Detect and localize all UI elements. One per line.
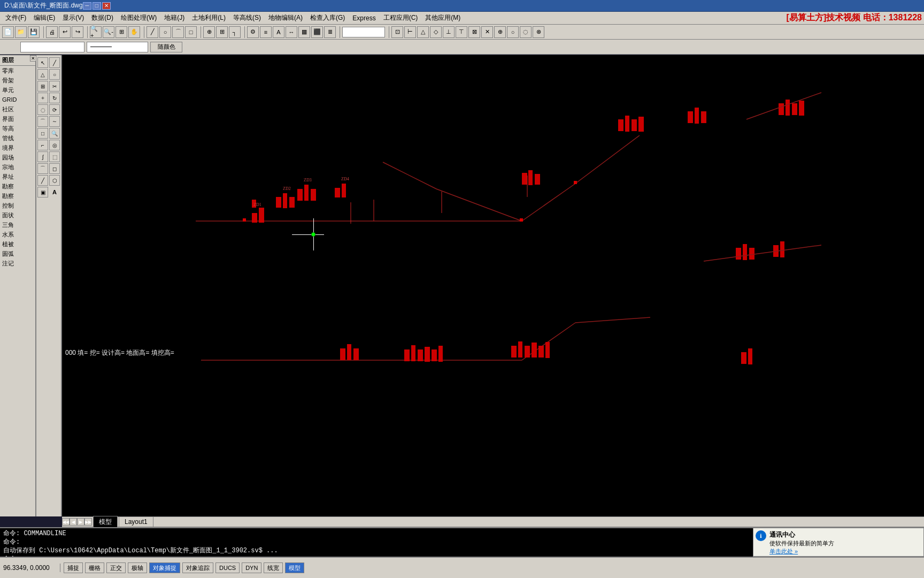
sidebar-item-1[interactable]: 骨架 (0, 75, 35, 85)
attrib-tool[interactable]: ⬡ (49, 175, 60, 186)
sidebar-item-9[interactable]: 园场 (0, 153, 35, 162)
menu-edit[interactable]: 编辑(E) (30, 12, 58, 24)
mirror-tool[interactable]: ◻ (49, 163, 60, 174)
snap9-btn[interactable]: ⊕ (494, 26, 506, 38)
sidebar-item-8[interactable]: 境界 (0, 143, 35, 153)
draw-circle-btn[interactable]: ○ (159, 26, 171, 38)
grid-status-btn[interactable]: 栅格 (85, 562, 104, 573)
circle2-tool[interactable]: ◎ (49, 140, 60, 150)
draw-arc-btn[interactable]: ⌒ (172, 26, 184, 38)
close-button[interactable]: ✕ (102, 2, 111, 10)
rotate-tool[interactable]: ↻ (49, 93, 60, 103)
arc3-tool[interactable]: ⌐ (37, 140, 48, 150)
sidebar-item-13[interactable]: 勘察 (0, 191, 35, 201)
sidebar-item-20[interactable]: 注记 (0, 258, 35, 268)
sidebar-item-7[interactable]: 管线 (0, 133, 35, 143)
maximize-button[interactable]: □ (93, 2, 101, 10)
menu-check[interactable]: 检查入库(G) (307, 12, 348, 24)
new-btn[interactable]: 📄 (2, 26, 14, 38)
sidebar-item-4[interactable]: 社区 (0, 104, 35, 114)
menu-view[interactable]: 显示(V) (59, 12, 87, 24)
curved-tool[interactable]: ⌒ (37, 116, 48, 127)
ducs-status-btn[interactable]: DUCS (215, 562, 240, 573)
snap5-btn[interactable]: ⊥ (443, 26, 455, 38)
otrack-status-btn[interactable]: 对象追踪 (182, 562, 213, 573)
tab-nav-prev[interactable]: ◀ (70, 518, 77, 526)
undo-btn[interactable]: ↩ (59, 26, 71, 38)
draw-line-btn[interactable]: ╱ (147, 26, 158, 38)
polar-status-btn[interactable]: 极轴 (128, 562, 147, 573)
arc2-tool[interactable]: ⟳ (49, 104, 60, 115)
sidebar-item-12[interactable]: 勘察 (0, 181, 35, 191)
zoom-out-btn[interactable]: 🔍- (103, 26, 114, 38)
grid-btn[interactable]: ⊞ (216, 26, 228, 38)
tab-layout1[interactable]: Layout1 (119, 516, 153, 527)
hatch-btn[interactable]: ▦ (298, 26, 310, 38)
wave-tool[interactable]: ～ (49, 116, 60, 127)
snap10-btn[interactable]: ○ (507, 26, 519, 38)
sidebar-item-6[interactable]: 等高 (0, 124, 35, 133)
rect-tool[interactable]: □ (37, 128, 48, 139)
break-tool[interactable]: ⌒ (37, 163, 48, 174)
snap-status-btn[interactable]: 捕捉 (64, 562, 83, 573)
dim-btn[interactable]: ↔ (286, 26, 297, 38)
menu-other[interactable]: 其他应用(M) (422, 12, 464, 24)
save-btn[interactable]: 💾 (28, 26, 40, 38)
menu-express[interactable]: Express (349, 13, 379, 23)
sidebar-item-3[interactable]: GRID (0, 95, 35, 104)
sidebar-item-10[interactable]: 宗地 (0, 162, 35, 172)
block-btn[interactable]: ⬛ (311, 26, 323, 38)
tab-nav-last[interactable]: ▶▶ (84, 518, 92, 526)
sidebar-item-0[interactable]: 零库 (0, 66, 35, 75)
attr-btn[interactable]: ≣ (324, 26, 336, 38)
tab-nav-next[interactable]: ▶ (77, 518, 84, 526)
arc1-tool[interactable]: ◌ (37, 104, 48, 115)
menu-draw[interactable]: 绘图处理(W) (118, 12, 160, 24)
menu-engineering[interactable]: 工程应用(C) (380, 12, 421, 24)
open-btn[interactable]: 📁 (15, 26, 27, 38)
plus-tool[interactable]: ＋ (37, 93, 48, 103)
snap12-btn[interactable]: ⊗ (533, 26, 544, 38)
redo-btn[interactable]: ↪ (72, 26, 83, 38)
menu-feature[interactable]: 地物编辑(A) (265, 12, 306, 24)
osnap-status-btn[interactable]: 对象捕捉 (149, 562, 180, 573)
color-button[interactable]: 随颜色 (150, 42, 182, 52)
model-status-btn[interactable]: 模型 (285, 562, 304, 573)
erase-tool[interactable]: ⬚ (49, 151, 60, 162)
snap2-btn[interactable]: ⊢ (404, 26, 416, 38)
curve-tool[interactable]: ∫ (37, 151, 48, 162)
scale-dropdown[interactable] (342, 27, 385, 37)
command-area[interactable]: 命令: COMMANDLINE 命令: 自动保存到 C:\Users\10642… (0, 527, 753, 557)
polyline-tool[interactable]: ╱ (49, 57, 60, 68)
snap6-btn[interactable]: ⊤ (456, 26, 467, 38)
dyn-status-btn[interactable]: DYN (242, 562, 261, 573)
sidebar-item-2[interactable]: 单元 (0, 85, 35, 95)
sidebar-item-14[interactable]: 控制 (0, 201, 35, 210)
menu-file[interactable]: 文件(F) (2, 12, 29, 24)
pan-btn[interactable]: ✋ (128, 26, 140, 38)
sidebar-item-11[interactable]: 界址 (0, 172, 35, 181)
minimize-button[interactable]: ─ (83, 2, 91, 10)
sidebar-item-15[interactable]: 面状 (0, 210, 35, 220)
print-btn[interactable]: 🖨 (46, 26, 58, 38)
menu-cadastral[interactable]: 地籍(J) (161, 12, 188, 24)
lineweight-dropdown[interactable]: ByLayer ▼ (87, 42, 148, 52)
ortho-btn[interactable]: ┐ (229, 26, 241, 38)
text-tool-label[interactable]: A (49, 187, 60, 197)
circle-tool[interactable]: ○ (49, 69, 60, 80)
zoom-extent-btn[interactable]: ⊞ (116, 26, 127, 38)
prop-btn[interactable]: ⚙ (247, 26, 259, 38)
sidebar-item-18[interactable]: 植被 (0, 239, 35, 249)
zoom-tool[interactable]: 🔍 (49, 128, 60, 139)
zoom-in-btn[interactable]: 🔍+ (90, 26, 102, 38)
sidebar-item-5[interactable]: 界面 (0, 114, 35, 124)
snap7-btn[interactable]: ⊠ (468, 26, 480, 38)
sidebar-item-17[interactable]: 水系 (0, 230, 35, 239)
menu-landuse[interactable]: 土地利用(L) (189, 12, 229, 24)
snap-btn[interactable]: ⊕ (203, 26, 215, 38)
notification-link[interactable]: 单击此处 » (769, 547, 921, 556)
text-btn[interactable]: A (273, 26, 284, 38)
tab-model[interactable]: 模型 (93, 516, 118, 528)
ortho-status-btn[interactable]: 正交 (106, 562, 126, 573)
snap8-btn[interactable]: ✕ (481, 26, 493, 38)
